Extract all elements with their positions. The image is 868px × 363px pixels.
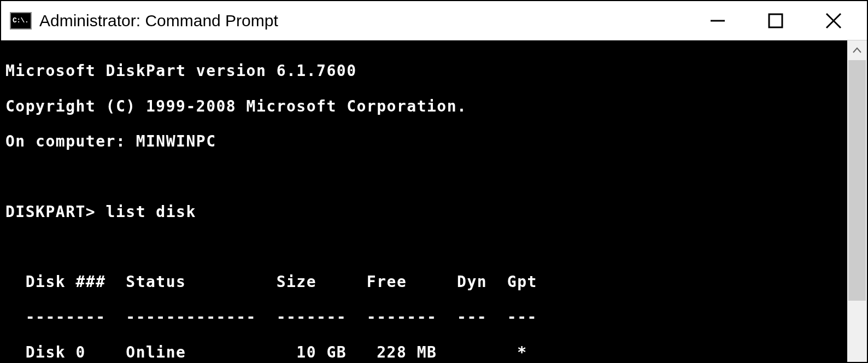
terminal-output[interactable]: Microsoft DiskPart version 6.1.7600 Copy… [1, 40, 847, 362]
window-title: Administrator: Command Prompt [39, 11, 705, 30]
terminal-line: Microsoft DiskPart version 6.1.7600 [5, 62, 845, 80]
minimize-button[interactable] [705, 8, 730, 33]
window-controls [705, 8, 863, 33]
terminal-line: Copyright (C) 1999-2008 Microsoft Corpor… [5, 98, 845, 115]
svg-rect-1 [769, 14, 782, 27]
terminal-blank-line [5, 168, 845, 185]
table-header: Disk ### Status Size Free Dyn Gpt [5, 273, 845, 291]
titlebar: C:\. Administrator: Command Prompt [1, 1, 867, 40]
close-button[interactable] [821, 8, 846, 33]
maximize-button[interactable] [763, 8, 788, 33]
table-row: Disk 0 Online 10 GB 228 MB * [5, 344, 845, 361]
terminal-line: On computer: MINWINPC [5, 133, 845, 150]
terminal-area: Microsoft DiskPart version 6.1.7600 Copy… [1, 40, 867, 362]
app-icon-text: C:\. [13, 16, 28, 25]
app-icon: C:\. [10, 12, 32, 30]
scrollbar[interactable] [847, 40, 867, 362]
terminal-blank-line [5, 238, 845, 256]
scroll-up-arrow-icon[interactable] [847, 40, 867, 60]
terminal-prompt-line: DISKPART> list disk [5, 203, 845, 221]
scroll-thumb[interactable] [848, 60, 866, 301]
table-divider: -------- ------------- ------- ------- -… [5, 308, 845, 326]
